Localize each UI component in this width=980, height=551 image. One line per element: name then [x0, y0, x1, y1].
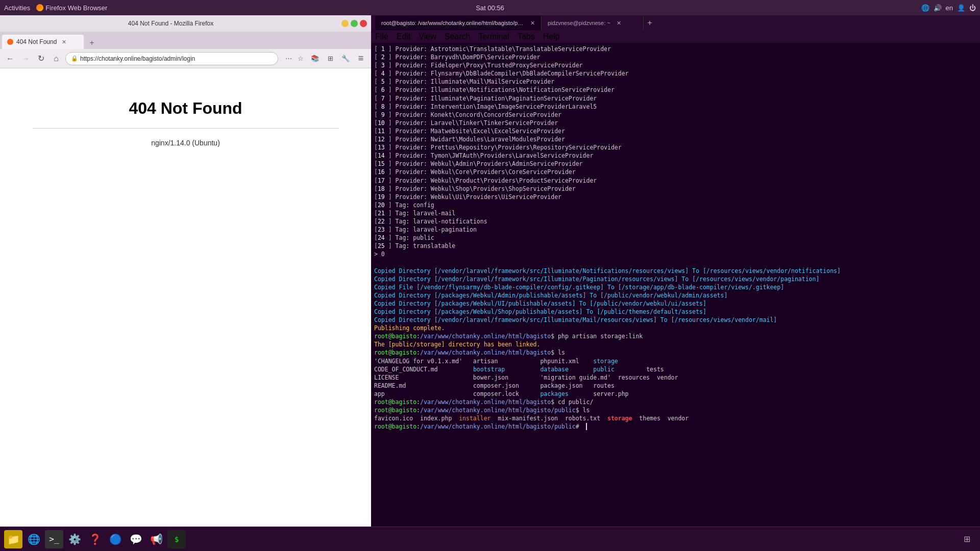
- xterm-icon: $: [175, 535, 179, 543]
- customize-button[interactable]: 🔧: [339, 53, 352, 65]
- term-line: [23 ] Tag: laravel-pagination: [374, 226, 977, 234]
- activities-button[interactable]: Activities: [4, 4, 30, 12]
- chrome-icon: 🔵: [109, 533, 122, 545]
- term-line: [12 ] Provider: Nwidart\Modules\LaravelM…: [374, 135, 977, 143]
- term-copy-2: Copied Directory [/vendor/laravel/framew…: [374, 275, 977, 283]
- new-tab-button[interactable]: +: [86, 37, 98, 49]
- term-ls-cmd: root@bagisto:/var/www/chotanky.online/ht…: [374, 348, 977, 357]
- term-prompt-result: > 0: [374, 250, 977, 258]
- term-line: [ 7 ] Provider: Illuminate\Pagination\Pa…: [374, 94, 977, 103]
- term-copy-7: Copied Directory [/vendor/laravel/framew…: [374, 316, 977, 324]
- minimize-button[interactable]: [341, 20, 349, 27]
- term-line: [18 ] Provider: Webkul\Shop\Providers\Sh…: [374, 185, 977, 193]
- url-input-box[interactable]: 🔒 https://chotanky.online/bagisto/admin/…: [65, 52, 278, 65]
- reload-button[interactable]: ↻: [35, 53, 47, 65]
- term-line: [21 ] Tag: laravel-mail: [374, 209, 977, 217]
- terminal-tab-1-close[interactable]: ✕: [530, 20, 535, 27]
- terminal-window: root@bagisto: /var/www/chotanky.online/h…: [371, 15, 980, 527]
- lock-icon: 🔒: [71, 55, 78, 62]
- tab-close-button[interactable]: ✕: [62, 39, 66, 45]
- lang-indicator[interactable]: en: [946, 4, 953, 12]
- user-icon: 👤: [957, 4, 965, 12]
- term-ls-row3: LICENSE bower.json 'migration guide.md' …: [374, 373, 977, 382]
- term-line: [ 5 ] Provider: Illuminate\Mail\MailServ…: [374, 78, 977, 86]
- menu-edit[interactable]: Edit: [397, 32, 411, 41]
- taskbar-xterm-icon[interactable]: $: [167, 530, 186, 548]
- page-content: 404 Not Found nginx/1.14.0 (Ubuntu): [0, 68, 371, 527]
- page-divider: [33, 128, 339, 129]
- terminal-tab-2-close[interactable]: ✕: [617, 20, 621, 27]
- term-line: [10 ] Provider: Laravel\Tinker\TinkerSer…: [374, 119, 977, 127]
- term-storage-cmd: root@bagisto:/var/www/chotanky.online/ht…: [374, 332, 977, 340]
- taskbar-help-icon[interactable]: ❓: [86, 530, 104, 548]
- power-icon: ⏻: [969, 4, 976, 12]
- taskbar-show-desktop[interactable]: ⊞: [958, 530, 976, 548]
- term-line: [25 ] Tag: translatable: [374, 242, 977, 250]
- taskbar-browser-icon[interactable]: 🌐: [24, 530, 43, 548]
- menu-tabs[interactable]: Tabs: [518, 32, 535, 41]
- term-ls-public: favicon.ico index.php installer mix-mani…: [374, 414, 977, 422]
- taskbar-terminal-icon[interactable]: >_: [45, 530, 63, 548]
- term-line: [ 2 ] Provider: Barryvdh\DomPDF\ServiceP…: [374, 53, 977, 61]
- browser-window: 404 Not Found - Mozilla Firefox 404 Not …: [0, 15, 371, 527]
- url-text: https://chotanky.online/bagisto/admin/lo…: [80, 55, 195, 62]
- clock: Sat 00:56: [476, 4, 504, 12]
- browser-titlebar: 404 Not Found - Mozilla Firefox: [0, 15, 371, 32]
- skype-icon: 💬: [130, 533, 142, 545]
- terminal-tab-2[interactable]: pidzvnese@pidzvnese: ~ ✕: [542, 16, 644, 30]
- taskbar-files-icon[interactable]: 📁: [4, 530, 22, 548]
- term-line: [14 ] Provider: Tymon\JWTAuth\Providers\…: [374, 152, 977, 160]
- browser-menu-button[interactable]: ≡: [355, 53, 367, 65]
- term-line: [ 1 ] Provider: Astrotomic\Translatable\…: [374, 45, 977, 53]
- menu-help[interactable]: Help: [543, 32, 560, 41]
- help-icon: ❓: [89, 533, 102, 545]
- menu-terminal[interactable]: Terminal: [478, 32, 509, 41]
- tab-favicon: [7, 39, 13, 45]
- show-desktop-icon: ⊞: [964, 534, 970, 544]
- close-button[interactable]: [360, 20, 367, 27]
- bookmark-icon[interactable]: ☆: [296, 54, 306, 64]
- bookmarks-button[interactable]: 📚: [309, 53, 321, 65]
- menu-search[interactable]: Search: [445, 32, 471, 41]
- terminal-icon: >_: [49, 534, 59, 544]
- term-copy-1: Copied Directory [/vendor/laravel/framew…: [374, 267, 977, 275]
- term-line: [11 ] Provider: Maatwebsite\Excel\ExcelS…: [374, 127, 977, 135]
- taskbar-settings-icon[interactable]: ⚙️: [65, 530, 84, 548]
- sidebar-button[interactable]: ⊞: [324, 53, 336, 65]
- term-copy-3: Copied File [/vendor/flynsarmy/db-blade-…: [374, 283, 977, 291]
- term-line: [16 ] Provider: Webkul\Core\Providers\Co…: [374, 168, 977, 176]
- browser-label: Firefox Web Browser: [45, 4, 107, 12]
- back-button[interactable]: ←: [4, 53, 16, 65]
- url-bar: ← → ↻ ⌂ 🔒 https://chotanky.online/bagist…: [0, 49, 371, 68]
- firefox-indicator: Firefox Web Browser: [36, 4, 107, 12]
- term-line: [24 ] Tag: public: [374, 234, 977, 242]
- top-bar: Activities Firefox Web Browser Sat 00:56…: [0, 0, 980, 15]
- term-ls-cmd2: root@bagisto:/var/www/chotanky.online/ht…: [374, 406, 977, 414]
- taskbar-chrome-icon[interactable]: 🔵: [106, 530, 125, 548]
- terminal-new-tab-button[interactable]: +: [644, 17, 656, 29]
- term-ls-row5: app composer.lock packages server.php: [374, 390, 977, 398]
- terminal-tab-1[interactable]: root@bagisto: /var/www/chotanky.online/h…: [375, 16, 542, 30]
- taskbar-skype-icon[interactable]: 💬: [127, 530, 145, 548]
- terminal-tab-1-label: root@bagisto: /var/www/chotanky.online/h…: [381, 20, 524, 26]
- sound-icon: 🔊: [934, 4, 942, 12]
- terminal-tab-2-label: pidzvnese@pidzvnese: ~: [548, 20, 610, 26]
- menu-view[interactable]: View: [419, 32, 436, 41]
- term-line: [ 8 ] Provider: Intervention\Image\Image…: [374, 103, 977, 111]
- term-line: [ 9 ] Provider: Konekt\Concord\ConcordSe…: [374, 111, 977, 119]
- term-line: [ 4 ] Provider: Flynsarmy\DbBladeCompile…: [374, 69, 977, 78]
- menu-file[interactable]: File: [375, 32, 388, 41]
- terminal-titlebar: root@bagisto: /var/www/chotanky.online/h…: [371, 15, 980, 31]
- home-button[interactable]: ⌂: [50, 53, 62, 65]
- terminal-body[interactable]: [ 1 ] Provider: Astrotomic\Translatable\…: [371, 43, 980, 527]
- term-line: [13 ] Provider: Prettus\Repository\Provi…: [374, 143, 977, 152]
- bookmark-actions-button[interactable]: ⋯: [283, 54, 293, 64]
- browser-tab-active[interactable]: 404 Not Found ✕: [2, 35, 84, 49]
- taskbar-slack-icon[interactable]: 📢: [147, 530, 165, 548]
- term-publishing: Publishing complete.: [374, 324, 977, 332]
- term-line: [22 ] Tag: laravel-notifications: [374, 217, 977, 226]
- maximize-button[interactable]: [351, 20, 358, 27]
- term-line: [19 ] Provider: Webkul\Ui\Providers\UiSe…: [374, 193, 977, 201]
- term-final-prompt: root@bagisto:/var/www/chotanky.online/ht…: [374, 422, 977, 431]
- forward-button[interactable]: →: [19, 53, 32, 65]
